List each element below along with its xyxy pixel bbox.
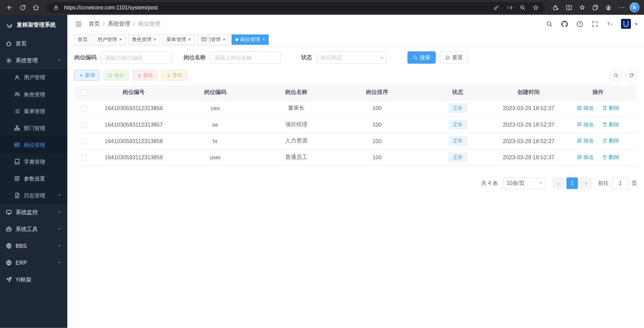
- post-code-label: 岗位编码: [74, 54, 97, 61]
- edit-icon: [577, 138, 582, 143]
- tab-close-icon[interactable]: ×: [119, 37, 122, 42]
- tab-label: 菜单管理: [166, 36, 186, 43]
- sidebar-item-log-management[interactable]: 日志管理: [0, 187, 67, 204]
- help-icon[interactable]: ?: [575, 19, 584, 28]
- tab-close-icon[interactable]: ×: [262, 37, 265, 42]
- browser-more-icon[interactable]: [615, 2, 628, 13]
- sidebar-item-dictionary-management[interactable]: 字典管理: [0, 153, 67, 170]
- user-icon: [14, 74, 20, 80]
- cell-post-sort: 100: [337, 133, 417, 149]
- sidebar-item-post-management[interactable]: 岗位管理: [0, 136, 67, 153]
- font-size-icon[interactable]: TT: [606, 19, 615, 28]
- tab-post-management[interactable]: 岗位管理 ×: [232, 34, 269, 45]
- modify-button[interactable]: 修改: [103, 70, 128, 80]
- refresh-icon: [19, 4, 26, 11]
- user-avatar[interactable]: [621, 19, 632, 29]
- page-unit-label: 页: [632, 179, 637, 187]
- goto-page-input[interactable]: [612, 177, 629, 189]
- row-checkbox[interactable]: [81, 138, 87, 144]
- sidebar-item-yi-framework[interactable]: Yi框架: [0, 271, 67, 288]
- status-select[interactable]: 岗位状态 ▾: [316, 52, 387, 64]
- row-delete-button[interactable]: 删除: [602, 137, 619, 144]
- browser-home-button[interactable]: [30, 2, 42, 13]
- row-delete-button[interactable]: 删除: [602, 104, 619, 112]
- extensions-icon[interactable]: [549, 2, 562, 13]
- page-size-select[interactable]: 10条/页 ▾: [503, 177, 545, 189]
- github-icon[interactable]: [560, 19, 569, 28]
- search-button[interactable]: 搜索: [407, 52, 436, 64]
- tab-role-management[interactable]: 角色管理 ×: [128, 34, 160, 45]
- sidebar-item-system-monitor[interactable]: 系统监控: [0, 204, 67, 221]
- sidebar-item-role-management[interactable]: 角色管理: [0, 86, 67, 103]
- row-delete-button[interactable]: 删除: [602, 121, 619, 128]
- browser-chrome: https://ccnetcore.com:1101/system/post A: [0, 0, 644, 15]
- row-checkbox[interactable]: [81, 122, 87, 128]
- add-button[interactable]: 新增: [74, 70, 99, 80]
- tab-close-icon[interactable]: ×: [223, 37, 226, 42]
- tab-department-management[interactable]: 部门管理 ×: [197, 34, 229, 45]
- prev-page-button[interactable]: ‹: [552, 177, 564, 189]
- export-button[interactable]: 导出: [162, 70, 187, 80]
- browser-profile-avatar[interactable]: [602, 2, 615, 13]
- sidebar-item-department-management[interactable]: 部门管理: [0, 120, 67, 136]
- row-delete-button[interactable]: 删除: [602, 154, 619, 161]
- row-edit-button[interactable]: 修改: [577, 121, 594, 128]
- sidebar-item-home[interactable]: 首页: [0, 35, 67, 52]
- password-key-icon[interactable]: [491, 2, 501, 12]
- sidebar-item-bbs[interactable]: BBS: [0, 237, 67, 254]
- favorite-star-icon[interactable]: [531, 2, 540, 12]
- app-title: 意框架管理系统: [17, 21, 56, 29]
- sidebar-item-user-management[interactable]: 用户管理: [0, 69, 67, 86]
- refresh-table-button[interactable]: [625, 69, 637, 81]
- split-screen-icon[interactable]: [563, 2, 575, 13]
- reset-button[interactable]: 重置: [440, 52, 468, 64]
- row-edit-button[interactable]: 修改: [577, 154, 594, 161]
- toggle-search-button[interactable]: [610, 69, 621, 81]
- breadcrumb-system-management[interactable]: 系统管理: [108, 20, 130, 28]
- delete-button[interactable]: 删除: [133, 70, 158, 80]
- tab-home[interactable]: 首页: [74, 34, 91, 45]
- post-code-input[interactable]: [101, 52, 172, 64]
- home-icon: [32, 4, 39, 11]
- navbar-actions: ? TT ▾: [545, 19, 637, 29]
- sidebar-item-label: 角色管理: [24, 91, 45, 98]
- browser-refresh-button[interactable]: [16, 2, 29, 13]
- row-edit-button[interactable]: 修改: [577, 137, 594, 144]
- row-edit-label: 修改: [583, 121, 594, 128]
- favorites-bar-icon[interactable]: [576, 2, 588, 13]
- bing-copilot-icon[interactable]: b: [629, 2, 641, 13]
- breadcrumb-home[interactable]: 首页: [89, 20, 100, 28]
- url-text[interactable]: https://ccnetcore.com:1101/system/post: [64, 4, 488, 10]
- browser-back-button[interactable]: [3, 2, 16, 13]
- row-edit-button[interactable]: 修改: [577, 104, 594, 112]
- header-search-icon[interactable]: [545, 19, 554, 28]
- sidebar-item-menu-management[interactable]: 菜单管理: [0, 103, 67, 120]
- row-checkbox[interactable]: [81, 155, 87, 161]
- page-number-button[interactable]: 1: [567, 177, 578, 189]
- sidebar-item-erp[interactable]: ERP: [0, 254, 67, 271]
- sidebar-item-system-management[interactable]: 系统管理: [0, 52, 67, 69]
- address-bar[interactable]: https://ccnetcore.com:1101/system/post A: [46, 2, 546, 13]
- user-menu-caret-icon[interactable]: ▾: [635, 21, 638, 27]
- tab-close-icon[interactable]: ×: [154, 37, 157, 42]
- cell-post-name: 普通员工: [256, 149, 337, 166]
- select-all-checkbox[interactable]: [81, 90, 87, 96]
- tab-user-management[interactable]: 用户管理 ×: [94, 34, 126, 45]
- sidebar-collapse-button[interactable]: [74, 19, 83, 28]
- svg-text:T: T: [611, 23, 613, 26]
- fullscreen-icon[interactable]: [590, 19, 600, 28]
- sidebar-item-system-tools[interactable]: 系统工具: [0, 221, 67, 237]
- post-code-field-group: 岗位编码: [74, 52, 172, 64]
- row-checkbox[interactable]: [81, 105, 87, 111]
- next-page-button[interactable]: ›: [580, 177, 592, 189]
- collections-icon[interactable]: [589, 2, 602, 13]
- read-aloud-icon[interactable]: A: [504, 2, 514, 12]
- trash-icon: [602, 105, 608, 111]
- tab-close-icon[interactable]: ×: [188, 37, 191, 42]
- breadcrumb-separator: /: [133, 21, 135, 27]
- zoom-out-icon[interactable]: [517, 2, 527, 12]
- tab-menu-management[interactable]: 菜单管理 ×: [163, 34, 195, 45]
- chevron-down-icon: ▾: [381, 55, 383, 60]
- post-name-input[interactable]: [210, 52, 281, 64]
- sidebar-item-parameter-settings[interactable]: 参数设置: [0, 170, 67, 187]
